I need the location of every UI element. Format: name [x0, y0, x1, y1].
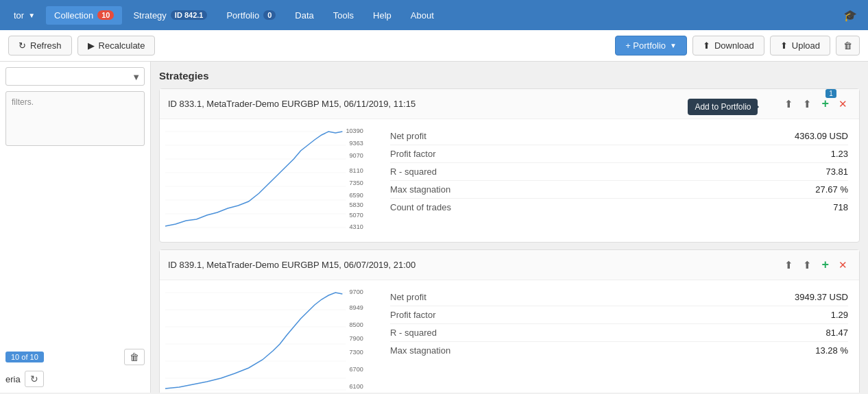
strategies-section-title: Strategies	[159, 70, 860, 82]
svg-text:6100: 6100	[350, 383, 363, 390]
upload-button[interactable]: ⬆ Upload	[770, 36, 830, 56]
stat-label-max-stagnation-2: Max stagnation	[390, 345, 450, 356]
nav-label-about: About	[411, 10, 434, 21]
strategy-title-1: ID 833.1, MetaTrader-Demo EURGBP M15, 06…	[168, 99, 415, 109]
stat-max-stagnation-2: Max stagnation 13.28 %	[390, 342, 848, 359]
stats-area-1: Net profit 4363.09 USD Profit factor 1.2…	[379, 119, 859, 242]
recalculate-button[interactable]: ▶ Recalculate	[77, 36, 156, 56]
sidebar-delete-icon: 🗑	[130, 352, 139, 362]
nav-item-collection[interactable]: Collection 10	[46, 6, 122, 25]
nav-item-portfolio[interactable]: Portfolio 0	[218, 6, 284, 25]
stat-r-squared-1: R - squared 73.81	[390, 163, 848, 181]
stat-value-count-trades-1: 718	[833, 202, 848, 212]
nav-item-help[interactable]: Help	[365, 6, 400, 25]
stat-profit-factor-2: Profit factor 1.29	[390, 306, 848, 324]
nav-item-data[interactable]: Data	[287, 6, 322, 25]
sidebar-count: 10 of 10	[5, 352, 44, 362]
sidebar: ▼ filters. 10 of 10 🗑 eria ↻	[0, 62, 151, 393]
sidebar-criteria-label: eria	[5, 374, 21, 384]
svg-text:8500: 8500	[350, 321, 363, 328]
add-to-portfolio-tooltip: Add to Portfolio	[688, 99, 758, 115]
nav-arrow-navigator: ▼	[28, 12, 35, 19]
nav-label-tools: Tools	[333, 10, 354, 21]
svg-text:7900: 7900	[350, 335, 363, 342]
sidebar-actions: eria ↻	[5, 371, 145, 387]
stat-profit-factor-1: Profit factor 1.23	[390, 145, 848, 163]
sidebar-bottom: 10 of 10 🗑 eria ↻	[5, 349, 145, 387]
stat-label-net-profit-1: Net profit	[390, 131, 426, 141]
stat-count-trades-1: Count of trades 718	[390, 199, 848, 216]
nav-label-help: Help	[373, 10, 391, 21]
sidebar-select[interactable]	[5, 67, 145, 86]
strategy-upload-btn-1[interactable]: ⬆	[781, 96, 797, 112]
stat-value-net-profit-2: 3949.37 USD	[795, 292, 848, 302]
toolbar-right: + Portfolio ▼ ⬆ Download ⬆ Upload 🗑	[615, 36, 860, 56]
add-badge-1: 1	[825, 89, 836, 98]
strategy-save-btn-2[interactable]: ⬆	[799, 257, 815, 273]
nav-label-collection: Collection	[54, 10, 93, 21]
toolbar: ↻ Refresh ▶ Recalculate + Portfolio ▼ ⬆ …	[0, 30, 868, 62]
nav-label-navigator: tor	[14, 10, 24, 21]
strategy-upload-btn-2[interactable]: ⬆	[781, 257, 797, 273]
stats-area-2: Net profit 3949.37 USD Profit factor 1.2…	[379, 280, 859, 393]
nav-badge-collection: 10	[97, 10, 114, 20]
refresh-label: Refresh	[30, 40, 62, 51]
svg-text:5070: 5070	[350, 212, 363, 219]
download-button[interactable]: ⬆ Download	[692, 36, 764, 56]
strategy-delete-btn-2[interactable]: ✕	[835, 257, 851, 273]
svg-text:4310: 4310	[350, 223, 363, 230]
stat-label-r-squared-2: R - squared	[390, 328, 437, 338]
nav-item-strategy[interactable]: Strategy ID 842.1	[125, 6, 215, 25]
sidebar-refresh-button[interactable]: ↻	[25, 371, 44, 387]
strategy-title-2: ID 839.1, MetaTrader-Demo EURGBP M15, 06…	[168, 260, 415, 270]
strategy-add-btn-2[interactable]: +	[818, 256, 832, 274]
stat-net-profit-1: Net profit 4363.09 USD	[390, 127, 848, 145]
portfolio-label: + Portfolio	[625, 40, 666, 51]
stat-value-profit-factor-1: 1.23	[831, 149, 848, 159]
strategy-card-2: ID 839.1, MetaTrader-Demo EURGBP M15, 06…	[159, 249, 860, 393]
nav-item-tools[interactable]: Tools	[325, 6, 362, 25]
save-icon-2: ⬆	[803, 259, 812, 271]
svg-text:9070: 9070	[350, 152, 363, 159]
stat-r-squared-2: R - squared 81.47	[390, 324, 848, 342]
refresh-button[interactable]: ↻ Refresh	[8, 36, 72, 56]
strategy-delete-btn-1[interactable]: ✕	[835, 96, 851, 112]
strategy-save-btn-1[interactable]: ⬆	[799, 96, 815, 112]
main-layout: ▼ filters. 10 of 10 🗑 eria ↻ Strategies	[0, 62, 868, 393]
recalculate-label: Recalculate	[99, 40, 145, 51]
nav-item-navigator[interactable]: tor ▼	[5, 6, 43, 25]
stat-label-count-trades-1: Count of trades	[390, 202, 451, 212]
portfolio-chevron: ▼	[670, 42, 677, 49]
strategy-actions-2: ⬆ ⬆ + ✕	[781, 256, 851, 274]
stat-value-net-profit-1: 4363.09 USD	[795, 131, 848, 141]
nav-label-data: Data	[295, 10, 313, 21]
strategy-header-2: ID 839.1, MetaTrader-Demo EURGBP M15, 06…	[160, 250, 859, 280]
stat-max-stagnation-1: Max stagnation 27.67 %	[390, 181, 848, 199]
nav-badge-strategy: ID 842.1	[171, 10, 208, 20]
stat-label-max-stagnation-1: Max stagnation	[390, 184, 450, 195]
svg-text:7350: 7350	[350, 180, 363, 186]
strategy-body-1: 10390 9363 9070 8110 7350 6590 5830 5070…	[160, 119, 859, 242]
download-label: Download	[714, 40, 754, 51]
chart-svg-2: 9700 8949 8500 7900 7300 6700 6100	[165, 286, 374, 393]
stat-label-net-profit-2: Net profit	[390, 292, 426, 302]
portfolio-button[interactable]: + Portfolio ▼	[615, 36, 687, 56]
nav-graduation-icon[interactable]: 🎓	[838, 6, 863, 25]
delete-button[interactable]: 🗑	[836, 36, 860, 56]
stat-value-max-stagnation-1: 27.67 %	[815, 184, 848, 195]
refresh-icon: ↻	[19, 40, 26, 51]
stat-value-r-squared-2: 81.47	[825, 328, 848, 338]
svg-text:9700: 9700	[350, 288, 363, 295]
sidebar-select-wrap: ▼	[5, 67, 145, 86]
sidebar-filter-text: filters.	[12, 97, 34, 107]
strategy-header-1: ID 833.1, MetaTrader-Demo EURGBP M15, 06…	[160, 89, 859, 119]
sidebar-refresh-icon: ↻	[30, 373, 38, 384]
stat-value-max-stagnation-2: 13.28 %	[815, 345, 848, 356]
sidebar-filter-box: filters.	[5, 91, 145, 146]
svg-text:6590: 6590	[350, 192, 363, 199]
nav-item-about[interactable]: About	[402, 6, 442, 25]
sidebar-delete-button[interactable]: 🗑	[124, 349, 145, 365]
svg-text:9363: 9363	[350, 140, 363, 147]
chart-area-1: 10390 9363 9070 8110 7350 6590 5830 5070…	[160, 119, 379, 242]
svg-text:6700: 6700	[350, 366, 363, 373]
